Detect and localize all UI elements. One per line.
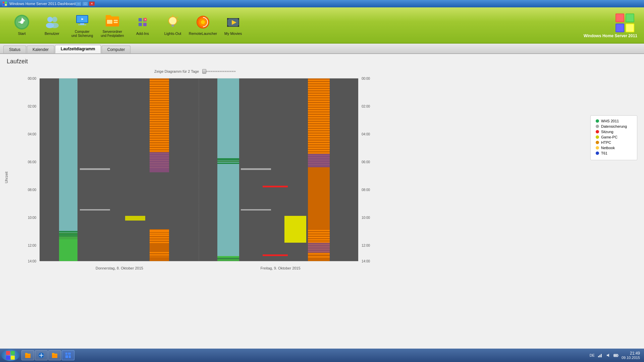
svg-point-9	[52, 17, 57, 22]
svg-rect-230	[11, 356, 15, 360]
svg-rect-178	[308, 117, 330, 118]
svg-rect-139	[150, 235, 169, 236]
titlebar-controls: ─ □ ✕	[75, 1, 95, 6]
svg-text:02:00: 02:00	[28, 105, 36, 108]
restore-button[interactable]: □	[82, 1, 88, 6]
laufzeit-title: Laufzeit	[7, 58, 637, 65]
svg-rect-192	[308, 150, 330, 151]
svg-rect-143	[150, 257, 169, 261]
remotelauncher-icon	[195, 14, 211, 30]
svg-rect-217	[241, 168, 271, 170]
tab-laufzeit[interactable]: Laufzeitdiagramm	[55, 45, 101, 53]
svg-rect-96	[150, 101, 169, 102]
legend-t61-label: T61	[601, 151, 607, 155]
chart-svg: 00:00 02:00 04:00 06:00 08:00 10:00 12:0…	[9, 75, 378, 273]
svg-rect-19	[139, 18, 142, 21]
svg-rect-207	[308, 235, 330, 236]
toolbar-benutzer[interactable]: Benutzer	[37, 10, 67, 40]
toolbar-addins[interactable]: + Add-Ins	[127, 10, 158, 40]
svg-rect-171	[308, 101, 330, 102]
svg-rect-170	[308, 99, 330, 100]
svg-rect-146	[125, 216, 145, 221]
svg-rect-236	[65, 353, 67, 355]
svg-rect-90	[150, 87, 169, 88]
toolbar-serverordner[interactable]: Serverordnerund Festplatten	[97, 10, 127, 40]
svg-rect-111	[150, 136, 169, 137]
svg-rect-97	[150, 104, 169, 105]
svg-rect-240	[598, 356, 599, 357]
svg-text:04:00: 04:00	[28, 132, 36, 136]
svg-rect-153	[150, 230, 169, 231]
svg-rect-225	[217, 256, 239, 257]
svg-rect-184	[308, 131, 330, 132]
svg-rect-135	[150, 252, 169, 253]
svg-rect-13	[80, 23, 84, 24]
minimize-button[interactable]: ─	[75, 1, 82, 6]
legend: WHS 2011 Datensicherung Sitzung Game-PC …	[590, 115, 637, 160]
svg-rect-39	[238, 25, 239, 27]
main-content: Laufzeit Zeige Diagramm für 2 Tage Uhrze…	[0, 54, 644, 349]
svg-rect-175	[308, 110, 330, 111]
start-button[interactable]	[1, 350, 19, 361]
tab-kalender[interactable]: Kalender	[27, 46, 54, 53]
mymovies-label: My Movies	[224, 32, 242, 36]
svg-rect-172	[308, 103, 330, 104]
legend-datensicherung-dot	[596, 125, 599, 128]
toolbar-remotelauncher[interactable]: RemoteLauncher	[188, 10, 218, 40]
benutzer-icon	[44, 14, 60, 30]
y-axis-label: Uhrzeit	[4, 172, 8, 183]
svg-rect-177	[308, 115, 330, 116]
svg-rect-183	[308, 129, 330, 130]
start-label: Start	[18, 32, 25, 36]
svg-rect-27	[172, 26, 174, 27]
clock-time: 21:49	[622, 351, 640, 356]
svg-rect-228	[6, 356, 10, 360]
svg-rect-104	[150, 120, 169, 121]
svg-rect-174	[308, 108, 330, 109]
close-button[interactable]: ✕	[89, 1, 95, 6]
svg-rect-89	[150, 85, 169, 86]
svg-rect-242	[601, 354, 602, 357]
clock[interactable]: 21:49 09.10.2015	[622, 351, 640, 360]
svg-rect-17	[114, 20, 118, 21]
legend-whs-label: WHS 2011	[601, 119, 619, 123]
slider-track[interactable]	[202, 71, 236, 72]
taskbar-tool[interactable]	[35, 350, 48, 360]
svg-rect-186	[308, 136, 330, 137]
slider-label: Zeige Diagramm für 2 Tage	[154, 69, 199, 73]
svg-rect-215	[308, 253, 330, 254]
title-bar: Windows Home Server 2011-Dashboard ─ □ ✕	[0, 0, 644, 7]
svg-rect-46	[626, 14, 634, 21]
tab-status[interactable]: Status	[3, 46, 26, 53]
svg-text:06:00: 06:00	[362, 160, 370, 164]
toolbar-computer[interactable]: Computerund Sicherung	[67, 10, 97, 40]
taskbar-dashboard[interactable]	[62, 350, 74, 360]
serverordner-icon	[104, 12, 120, 28]
svg-rect-16	[107, 20, 112, 24]
toolbar-start[interactable]: Start	[7, 10, 37, 40]
svg-rect-115	[150, 146, 169, 147]
svg-rect-148	[59, 233, 77, 234]
svg-rect-142	[150, 242, 169, 243]
taskbar-explorer[interactable]	[21, 350, 34, 360]
svg-text:08:00: 08:00	[28, 188, 36, 192]
svg-rect-180	[308, 122, 330, 123]
svg-rect-203	[308, 258, 330, 261]
toolbar-lightsout[interactable]: Lights-Out	[158, 10, 188, 40]
legend-whs: WHS 2011	[596, 119, 632, 123]
svg-rect-14	[78, 24, 86, 25]
svg-rect-110	[150, 134, 169, 135]
svg-rect-162	[308, 80, 330, 81]
svg-point-33	[201, 20, 205, 24]
svg-rect-238	[65, 355, 68, 358]
svg-rect-44	[616, 14, 624, 21]
mymovies-icon	[225, 14, 241, 30]
svg-rect-112	[150, 139, 169, 140]
slider-thumb[interactable]	[202, 69, 206, 74]
taskbar-folder[interactable]	[48, 350, 61, 360]
toolbar-mymovies[interactable]: My Movies	[218, 10, 248, 40]
toolbar: Start Benutzer Computerund Sicherung	[0, 7, 644, 44]
svg-rect-158	[217, 161, 239, 162]
svg-rect-220	[263, 254, 288, 256]
tab-computer[interactable]: Computer	[102, 46, 131, 53]
